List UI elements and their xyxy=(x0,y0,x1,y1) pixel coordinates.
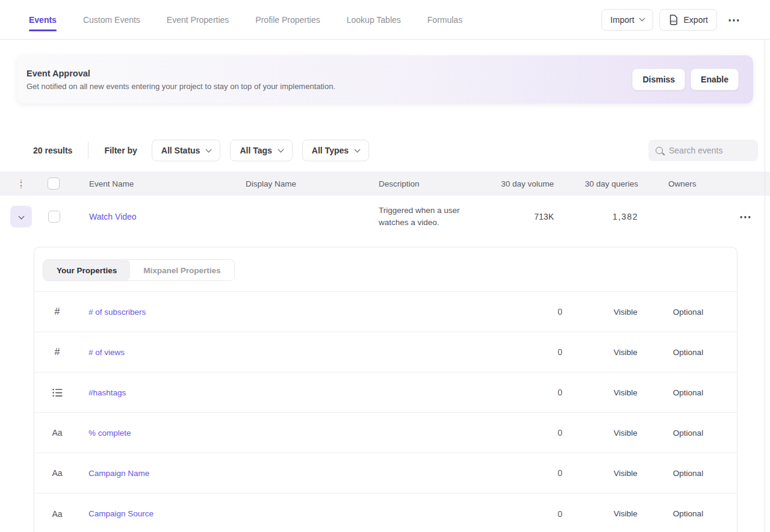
property-visibility: Visible xyxy=(586,428,665,438)
text-type-icon: Aa xyxy=(51,509,64,519)
chevron-down-icon xyxy=(278,146,284,152)
tab-mixpanel-properties[interactable]: Mixpanel Properties xyxy=(130,260,234,280)
property-row: # # of views 0 Visible Optional xyxy=(34,332,737,373)
banner-subtitle: Get notified on all new events entering … xyxy=(26,82,335,91)
header-controls: ↓ ↑ xyxy=(0,178,89,190)
import-button-label: Import xyxy=(610,15,635,25)
filter-bar: 20 results Filter by All Status All Tags… xyxy=(0,140,770,161)
property-queries: 0 xyxy=(526,428,562,438)
enable-button[interactable]: Enable xyxy=(691,69,739,90)
search-input[interactable] xyxy=(669,146,751,155)
banner-actions: Dismiss Enable xyxy=(632,69,739,90)
import-button[interactable]: Import xyxy=(601,9,653,31)
property-requirement: Optional xyxy=(665,469,712,478)
property-visibility: Visible xyxy=(586,469,665,478)
column-30-day-queries[interactable]: 30 day queries xyxy=(554,179,638,188)
column-event-name[interactable]: Event Name xyxy=(89,179,246,188)
event-30-day-volume: 713K xyxy=(482,212,554,221)
search-icon xyxy=(656,147,663,154)
property-row: Aa Campaign Source 0 Visible Optional xyxy=(34,493,737,532)
properties-tab-group: Your Properties Mixpanel Properties xyxy=(43,259,235,281)
row-checkbox[interactable] xyxy=(48,211,60,223)
property-requirement: Optional xyxy=(665,308,712,317)
properties-tabs-row: Your Properties Mixpanel Properties xyxy=(34,247,737,292)
property-visibility: Visible xyxy=(586,308,665,317)
types-filter-dropdown[interactable]: All Types xyxy=(302,140,369,161)
number-type-icon: # xyxy=(51,347,64,357)
tab-your-properties[interactable]: Your Properties xyxy=(43,260,130,280)
banner-title: Event Approval xyxy=(26,69,335,78)
export-button[interactable]: csv Export xyxy=(659,9,717,31)
search-box[interactable] xyxy=(648,140,758,161)
row-more-options-button[interactable]: ⋯ xyxy=(734,211,756,223)
export-button-label: Export xyxy=(684,15,708,25)
tab-formulas[interactable]: Formulas xyxy=(427,0,462,39)
svg-text:csv: csv xyxy=(671,19,676,23)
more-horizontal-icon: ⋯ xyxy=(728,13,740,26)
more-options-button[interactable]: ⋯ xyxy=(723,14,745,26)
property-name-link[interactable]: % complete xyxy=(88,428,131,438)
property-name-link[interactable]: # of subscribers xyxy=(88,308,146,317)
property-queries: 0 xyxy=(526,388,562,397)
tags-filter-value: All Tags xyxy=(240,146,272,155)
property-visibility: Visible xyxy=(586,388,665,397)
tab-lookup-tables-label: Lookup Tables xyxy=(347,15,401,25)
event-row-watch-video: Watch Video Triggered when a user watche… xyxy=(0,196,770,238)
event-name-link[interactable]: Watch Video xyxy=(89,212,137,221)
types-filter-value: All Types xyxy=(312,146,349,155)
number-type-icon: # xyxy=(51,306,64,317)
tab-event-properties[interactable]: Event Properties xyxy=(167,0,229,39)
text-type-icon: Aa xyxy=(51,428,64,438)
list-type-icon xyxy=(51,388,64,397)
property-name-link[interactable]: #hashtags xyxy=(88,388,126,397)
property-requirement: Optional xyxy=(665,428,712,438)
tab-events[interactable]: Events xyxy=(29,0,57,39)
column-30-day-volume[interactable]: 30 day volume xyxy=(482,179,554,188)
event-30-day-queries: 1,382 xyxy=(554,212,638,221)
tab-custom-events[interactable]: Custom Events xyxy=(83,0,140,39)
property-name-link[interactable]: Campaign Source xyxy=(88,509,154,518)
property-visibility: Visible xyxy=(586,509,665,518)
select-all-checkbox[interactable] xyxy=(48,178,60,190)
property-requirement: Optional xyxy=(665,388,712,397)
event-approval-banner: Event Approval Get notified on all new e… xyxy=(17,55,753,104)
banner-text: Event Approval Get notified on all new e… xyxy=(26,69,335,91)
collapse-row-button[interactable] xyxy=(10,206,32,227)
collapse-all-icon[interactable]: ↓ ↑ xyxy=(17,178,25,189)
tab-events-label: Events xyxy=(29,15,57,25)
row-controls xyxy=(0,206,89,227)
filter-dropdowns: All Status All Tags All Types xyxy=(152,140,369,161)
divider xyxy=(88,142,88,159)
nav-actions: Import csv Export ⋯ xyxy=(601,9,745,31)
property-visibility: Visible xyxy=(586,348,665,357)
column-display-name[interactable]: Display Name xyxy=(246,179,379,188)
property-requirement: Optional xyxy=(665,509,712,518)
chevron-down-icon xyxy=(206,146,212,152)
column-owners[interactable]: Owners xyxy=(668,179,734,188)
text-type-icon: Aa xyxy=(51,468,64,478)
tab-profile-properties-label: Profile Properties xyxy=(255,15,320,25)
column-description[interactable]: Description xyxy=(379,179,482,188)
property-name-link[interactable]: # of views xyxy=(88,348,125,357)
tab-lookup-tables[interactable]: Lookup Tables xyxy=(347,0,401,39)
chevron-down-icon xyxy=(355,146,361,152)
tab-profile-properties[interactable]: Profile Properties xyxy=(255,0,320,39)
tab-event-properties-label: Event Properties xyxy=(167,15,229,25)
results-count: 20 results xyxy=(33,146,72,155)
dismiss-button[interactable]: Dismiss xyxy=(632,69,685,90)
tags-filter-dropdown[interactable]: All Tags xyxy=(230,140,292,161)
property-name-link[interactable]: Campaign Name xyxy=(88,469,149,478)
property-row: Aa % complete 0 Visible Optional xyxy=(34,413,737,453)
property-row: #hashtags 0 Visible Optional xyxy=(34,373,737,413)
property-row: Aa Campaign Name 0 Visible Optional xyxy=(34,453,737,493)
property-queries: 0 xyxy=(526,468,562,478)
property-row: # # of subscribers 0 Visible Optional xyxy=(34,292,737,332)
events-table-header: ↓ ↑ Event Name Display Name Description … xyxy=(0,172,770,196)
event-description: Triggered when a user watches a video. xyxy=(379,205,482,229)
status-filter-dropdown[interactable]: All Status xyxy=(152,140,221,161)
csv-file-icon: csv xyxy=(668,14,678,25)
top-nav: Events Custom Events Event Properties Pr… xyxy=(0,0,770,40)
more-horizontal-icon: ⋯ xyxy=(739,210,751,223)
chevron-down-icon xyxy=(639,16,645,22)
property-queries: 0 xyxy=(526,307,562,317)
